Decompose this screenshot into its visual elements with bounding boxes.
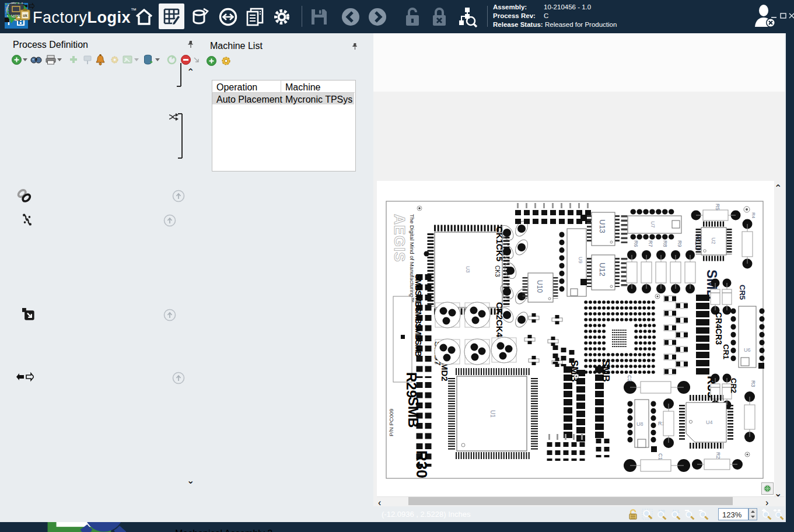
zoom-level-input[interactable]: 123% [718,508,748,520]
add-machine-icon[interactable] [207,56,216,66]
pcb-u3: U3 [424,228,507,312]
process-audit-button[interactable] [456,6,478,28]
zoom-all-icon[interactable]: ALL [670,509,683,523]
add-icon[interactable] [12,55,22,65]
pcb-u1: U1 [452,372,534,456]
pin-icon[interactable] [187,40,195,48]
route-bracket [168,63,186,88]
zoom-100-icon[interactable]: 100 [656,509,669,523]
reroutes-icon [16,188,33,204]
cursor-coordinates: (-12.0936 , 2.5228) Inches [382,510,471,519]
release-status-value: Released for Production [545,21,617,28]
svg-text:U7: U7 [650,221,656,228]
line-programming-icon [16,372,34,383]
fiducial-small-icon [764,485,771,492]
svg-text:U13: U13 [598,219,607,233]
svg-text:U10: U10 [536,280,544,293]
canvas-scroll-left-arrow[interactable]: ‹ [378,498,386,508]
svg-text:R2: R2 [715,452,721,459]
svg-text:R9: R9 [677,240,683,247]
cell-operation: Auto Placement [216,94,282,105]
unlock-button[interactable] [401,6,424,28]
svg-text:CK2CK4: CK2CK4 [495,302,505,338]
scrollbar-thumb[interactable] [187,236,194,309]
svg-text:R3: R3 [750,380,756,387]
pcb-drawing[interactable]: AEGIS The Digital Mind of Manufacturing™… [377,181,774,496]
maximize-button[interactable] [779,12,788,21]
process-panel-toolbar [8,54,192,67]
media-icon[interactable] [123,55,133,65]
collapse-section-icon[interactable] [172,372,185,384]
zoom-out-step-icon[interactable] [698,509,709,523]
home-button[interactable] [133,6,155,28]
svg-text:SMB: SMB [600,360,611,382]
close-button[interactable] [788,12,794,21]
cad-ribbon [373,33,785,92]
machine-settings-icon[interactable] [221,55,232,66]
collapse-section-icon[interactable] [172,190,185,202]
save-button[interactable] [308,6,330,28]
machine-list-title: Machine List [210,41,263,51]
find-icon[interactable] [30,55,42,65]
canvas-hscroll-thumb[interactable] [408,497,733,505]
zoom-window-icon[interactable] [642,509,653,523]
svg-text:R6: R6 [633,240,639,247]
bell-icon[interactable] [96,54,105,65]
zoom-in-icon[interactable] [761,509,772,523]
column-header-operation[interactable]: Operation [216,82,257,93]
materials-button[interactable] [189,6,211,28]
canvas-vscroll-thumb[interactable] [775,192,783,426]
scroll-up-arrow[interactable]: ⌃ [187,66,195,78]
lock-revision-button[interactable] [428,6,450,28]
settings-gear-button[interactable] [271,6,293,28]
pin-icon[interactable] [351,43,359,50]
zoom-out-icon[interactable] [684,509,695,523]
print-icon[interactable] [46,55,56,65]
link-operation-icon[interactable] [69,55,79,65]
svg-text:U9: U9 [578,257,583,264]
process-designer-button[interactable] [159,4,184,29]
fiducial-view-button[interactable] [761,482,774,495]
zoom-spinner[interactable] [748,508,757,520]
svg-text:U6: U6 [744,347,751,353]
svg-text:AEGIS: AEGIS [391,214,408,262]
svg-text:R30: R30 [413,450,431,478]
app-name: FactoryLogix™ [33,7,137,27]
documents-button[interactable] [244,6,266,28]
svg-text:CK3: CK3 [494,265,501,277]
collapse-section-icon[interactable] [163,214,176,227]
collapse-section-icon[interactable] [163,309,176,321]
dropdown-caret-icon[interactable] [155,58,160,62]
cell-machine: Mycronic TPSys [285,94,352,105]
dropdown-caret-icon[interactable] [57,58,62,62]
svg-text:SMB: SMB [569,360,580,382]
toolbar-divider [302,6,302,27]
release-status-label: Release Status: [493,21,543,28]
svg-text:R4: R4 [751,212,756,219]
collapse-corner-icon[interactable] [194,57,200,63]
svg-text:R29: R29 [404,372,419,398]
column-header-machine[interactable]: Machine [285,82,320,93]
pcb-part-number: P/N PC009 [388,408,394,436]
settings-icon[interactable] [110,55,120,65]
minimize-button[interactable] [770,12,778,21]
show-components-icon [8,2,32,23]
dropdown-caret-icon[interactable] [134,58,139,62]
svg-text:C1: C1 [657,453,663,460]
dispatch-button[interactable] [217,6,239,28]
zoom-in-step-icon[interactable] [773,509,785,523]
delete-icon[interactable] [144,54,153,65]
standards-icon[interactable] [83,55,92,65]
svg-text:U1: U1 [489,410,496,418]
factorylogix-window: ok FactoryLogix™ [0,0,794,532]
scroll-down-arrow[interactable]: ⌄ [187,475,195,486]
forward-button[interactable] [366,6,389,28]
process-rev-label: Process Rev: [493,12,536,19]
zoom-lock-icon[interactable] [628,509,638,523]
canvas-scroll-right-arrow[interactable]: › [765,498,774,508]
dropdown-caret-icon[interactable] [23,58,27,62]
back-button[interactable] [340,6,362,28]
svg-text:U2: U2 [711,237,716,244]
assembly-value: 10-210456 - 1.0 [544,4,591,10]
svg-text:CR2: CR2 [729,378,738,393]
